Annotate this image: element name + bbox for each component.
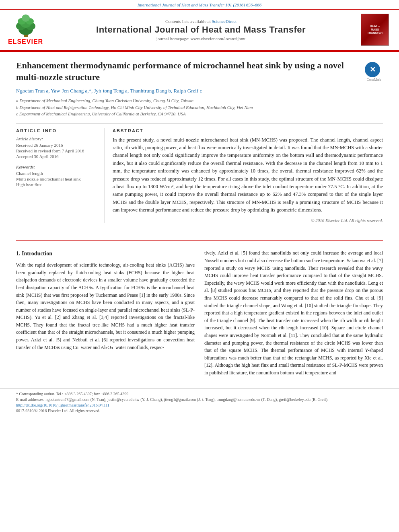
copyright-line: © 2016 Elsevier Ltd. All rights reserved…: [113, 218, 383, 223]
email-note: E-mail addresses: ngoctantran73@gmail.co…: [16, 397, 383, 402]
keyword-1: Channel length: [16, 171, 98, 176]
article-title-row: Enhancement thermodynamic performance of…: [16, 60, 383, 88]
footer-issn: 0017-9310/© 2016 Elsevier Ltd. All right…: [16, 409, 383, 413]
doi-link[interactable]: http://dx.doi.org/10.1016/j.ijheatmasstr…: [16, 403, 109, 407]
affiliations: a Department of Mechanical Engineering, …: [16, 97, 383, 117]
body-area: 1. Introduction With the rapid developme…: [0, 245, 399, 388]
article-history: Article history: Received 26 January 201…: [16, 136, 98, 159]
article-info-label: ARTICLE INFO: [16, 128, 98, 133]
accepted-date: Accepted 30 April 2016: [16, 154, 98, 159]
abstract-col: ABSTRACT In the present study, a novel m…: [113, 128, 383, 223]
article-info-col: ARTICLE INFO Article history: Received 2…: [16, 128, 105, 223]
body-col-left: 1. Introduction With the rapid developme…: [16, 249, 195, 380]
affiliation-b: b Department of Heat and Refrigeration T…: [16, 104, 383, 111]
page: International Journal of Heat and Mass T…: [0, 0, 399, 532]
sciencedirect-prefix: Contents lists available at: [165, 19, 212, 24]
article-title: Enhancement thermodynamic performance of…: [16, 60, 361, 83]
body-two-col: 1. Introduction With the rapid developme…: [16, 249, 383, 380]
cover-line-1: HEAT –: [367, 25, 383, 28]
article-area: Enhancement thermodynamic performance of…: [0, 52, 399, 236]
elsevier-tree-icon: [10, 14, 42, 38]
sciencedirect-link-text[interactable]: ScienceDirect: [212, 19, 237, 24]
journal-header: ELSEVIER Contents lists available at Sci…: [0, 10, 399, 51]
affiliation-c: c Department of Mechanical Engineering, …: [16, 111, 383, 117]
elsevier-wordmark: ELSEVIER: [8, 38, 43, 45]
authors-text: Ngoctan Tran a, Yaw-Jen Chang a,*, Jyh-t…: [16, 88, 202, 94]
cover-box-text: HEAT – MASS TRANSFER: [367, 25, 383, 35]
crossmark[interactable]: ✕ CrossMark: [365, 62, 383, 82]
crossmark-x-icon: ✕: [370, 65, 376, 74]
received-date: Received 26 January 2016: [16, 143, 98, 148]
crossmark-label: CrossMark: [365, 78, 383, 82]
journal-center-header: Contents lists available at ScienceDirec…: [43, 19, 359, 41]
elsevier-logo: ELSEVIER: [8, 14, 43, 45]
abstract-label: ABSTRACT: [113, 128, 383, 133]
journal-cover-image: HEAT – MASS TRANSFER: [359, 14, 391, 46]
journal-title: International Journal of Heat and Mass T…: [43, 25, 359, 35]
keywords-title: Keywords:: [16, 164, 98, 169]
footer-doi: http://dx.doi.org/10.1016/j.ijheatmasstr…: [16, 403, 383, 407]
cover-line-2: MASS: [367, 28, 383, 31]
article-info-abstract-section: ARTICLE INFO Article history: Received 2…: [16, 123, 383, 223]
cover-box: HEAT – MASS TRANSFER: [361, 14, 389, 46]
keywords-section: Keywords: Channel length Multi nozzle mi…: [16, 164, 98, 187]
body-col-right: tively. Azizi et al. [5] found that nano…: [204, 249, 383, 380]
history-title: Article history:: [16, 136, 98, 141]
cover-line-3: TRANSFER: [367, 31, 383, 35]
authors-line: Ngoctan Tran a, Yaw-Jen Chang a,*, Jyh-t…: [16, 88, 383, 94]
crossmark-circle: ✕: [365, 62, 380, 77]
intro-para-1: With the rapid development of scientific…: [16, 261, 195, 351]
affiliation-a: a Department of Mechanical Engineering, …: [16, 97, 383, 104]
sciencedirect-line: Contents lists available at ScienceDirec…: [43, 19, 359, 24]
journal-top-bar: International Journal of Heat and Mass T…: [0, 0, 399, 10]
keyword-3: High heat flux: [16, 182, 98, 187]
intro-heading: 1. Introduction: [16, 249, 195, 258]
bottom-divider: [16, 240, 383, 241]
journal-homepage: journal homepage: www.elsevier.com/locat…: [43, 36, 359, 41]
intro-para-2: tively. Azizi et al. [5] found that nano…: [204, 249, 383, 376]
revised-date: Received in revised form 7 April 2016: [16, 148, 98, 153]
corresponding-note: * Corresponding author. Tel.: +886 3 265…: [16, 392, 383, 396]
svg-point-7: [22, 14, 30, 22]
keyword-2: Multi nozzle microchannel heat sink: [16, 177, 98, 181]
journal-name-small: International Journal of Heat and Mass T…: [138, 2, 261, 7]
abstract-text: In the present study, a novel multi-nozz…: [113, 136, 383, 214]
page-footer: * Corresponding author. Tel.: +886 3 265…: [0, 388, 399, 417]
